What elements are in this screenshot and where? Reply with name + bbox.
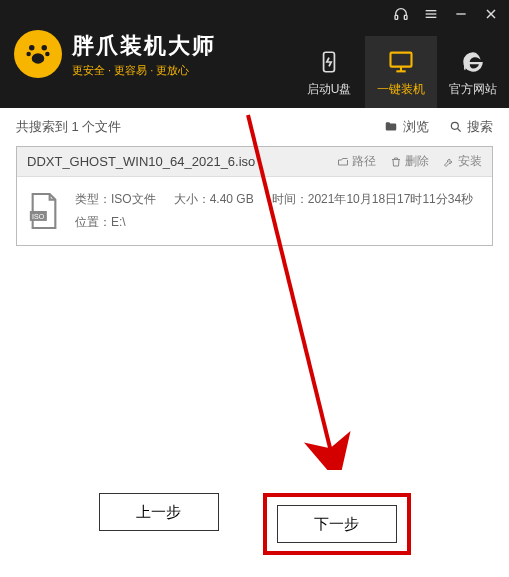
svg-rect-1: [404, 15, 407, 19]
brand: 胖爪装机大师 更安全 · 更容易 · 更放心: [14, 30, 216, 78]
svg-rect-0: [395, 15, 398, 19]
titlebar: [393, 6, 499, 22]
search-button[interactable]: 搜索: [449, 118, 493, 136]
browse-button[interactable]: 浏览: [383, 118, 429, 136]
file-card: DDXT_GHOST_WIN10_64_2021_6.iso 路径 删除 安装 …: [16, 146, 493, 246]
file-location: 位置：E:\: [75, 214, 126, 231]
file-time: 时间：2021年10月18日17时11分34秒: [272, 191, 473, 208]
svg-point-8: [29, 45, 35, 51]
trash-icon: [390, 156, 402, 168]
file-card-header: DDXT_GHOST_WIN10_64_2021_6.iso 路径 删除 安装: [17, 147, 492, 177]
footer-buttons: 上一步 下一步: [0, 493, 509, 555]
menu-icon[interactable]: [423, 6, 439, 22]
file-iso-icon: ISO: [27, 191, 61, 231]
logo-icon: [14, 30, 62, 78]
svg-point-10: [26, 52, 31, 57]
svg-point-11: [45, 52, 50, 57]
folder-icon: [383, 120, 399, 134]
ie-icon: [458, 47, 488, 77]
svg-point-9: [42, 45, 48, 51]
monitor-icon: [386, 47, 416, 77]
search-icon: [449, 120, 463, 134]
nav-usb[interactable]: 启动U盘: [293, 36, 365, 108]
delete-label: 删除: [405, 153, 429, 170]
path-label: 路径: [352, 153, 376, 170]
headset-icon[interactable]: [393, 6, 409, 22]
search-status: 共搜索到 1 个文件: [16, 118, 121, 136]
nav-install-label: 一键装机: [377, 81, 425, 98]
file-type: 类型：ISO文件: [75, 191, 156, 208]
path-icon: [337, 156, 349, 168]
svg-line-18: [458, 129, 461, 132]
minimize-icon[interactable]: [453, 6, 469, 22]
install-label: 安装: [458, 153, 482, 170]
prev-button[interactable]: 上一步: [99, 493, 219, 531]
install-button[interactable]: 安装: [443, 153, 482, 170]
app-subtitle: 更安全 · 更容易 · 更放心: [72, 63, 216, 78]
svg-point-17: [451, 122, 458, 129]
svg-point-12: [32, 53, 45, 64]
search-label: 搜索: [467, 118, 493, 136]
wrench-icon: [443, 156, 455, 168]
delete-button[interactable]: 删除: [390, 153, 429, 170]
close-icon[interactable]: [483, 6, 499, 22]
app-header: 胖爪装机大师 更安全 · 更容易 · 更放心 启动U盘 一键装机 官方网站: [0, 0, 509, 108]
toolbar: 共搜索到 1 个文件 浏览 搜索: [0, 108, 509, 146]
svg-text:ISO: ISO: [32, 213, 45, 221]
prev-label: 上一步: [136, 503, 181, 522]
path-button[interactable]: 路径: [337, 153, 376, 170]
file-size: 大小：4.40 GB: [174, 191, 254, 208]
file-card-body: ISO 类型：ISO文件 大小：4.40 GB 时间：2021年10月18日17…: [17, 177, 492, 245]
next-button[interactable]: 下一步: [277, 505, 397, 543]
nav-site-label: 官方网站: [449, 81, 497, 98]
nav-site[interactable]: 官方网站: [437, 36, 509, 108]
app-title: 胖爪装机大师: [72, 31, 216, 61]
nav-install[interactable]: 一键装机: [365, 36, 437, 108]
nav-tabs: 启动U盘 一键装机 官方网站: [293, 36, 509, 108]
next-button-highlight: 下一步: [263, 493, 411, 555]
file-name: DDXT_GHOST_WIN10_64_2021_6.iso: [27, 154, 323, 169]
svg-rect-14: [391, 52, 412, 66]
browse-label: 浏览: [403, 118, 429, 136]
usb-icon: [314, 47, 344, 77]
nav-usb-label: 启动U盘: [307, 81, 352, 98]
next-label: 下一步: [314, 515, 359, 534]
